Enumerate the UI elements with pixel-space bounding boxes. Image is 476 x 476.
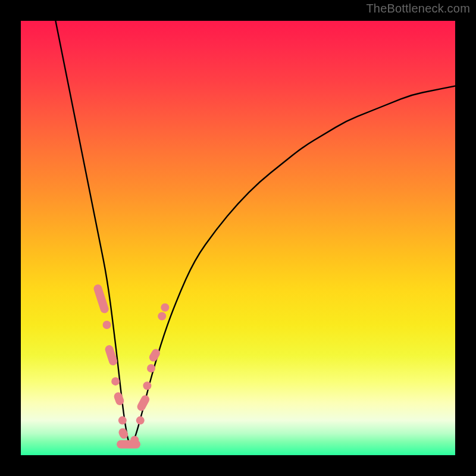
bottleneck-curve xyxy=(55,21,455,444)
data-marker xyxy=(103,321,111,329)
marker-group xyxy=(93,283,170,448)
data-marker xyxy=(161,303,169,312)
curve-svg xyxy=(21,21,455,455)
data-marker-capsule xyxy=(113,391,126,406)
data-marker xyxy=(136,416,145,425)
data-marker-capsule xyxy=(148,347,161,363)
data-marker-capsule xyxy=(136,394,151,412)
data-marker-capsule xyxy=(117,427,129,440)
plot-area xyxy=(21,21,455,455)
data-marker xyxy=(158,312,166,320)
data-marker-capsule xyxy=(117,440,140,449)
data-marker-capsule xyxy=(104,344,118,367)
data-marker-capsule xyxy=(93,283,110,314)
data-marker xyxy=(130,436,139,444)
chart-container: TheBottleneck.com xyxy=(0,0,476,476)
data-marker xyxy=(147,364,155,372)
data-marker xyxy=(111,377,120,386)
data-marker xyxy=(143,381,151,390)
watermark-text: TheBottleneck.com xyxy=(366,2,470,15)
data-marker xyxy=(118,416,127,425)
